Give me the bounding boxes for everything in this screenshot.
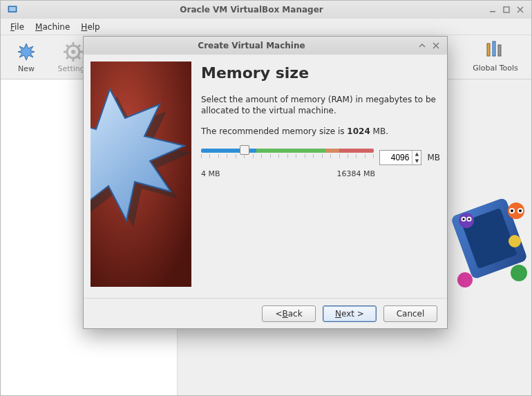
- recommended-text: The recommended memory size is 1024 MB.: [201, 126, 440, 137]
- dialog-body: Memory size Select the amount of memory …: [84, 55, 447, 298]
- spin-up-icon[interactable]: ▲: [412, 151, 421, 158]
- global-tools-label: Global Tools: [473, 64, 518, 73]
- slider-scale: 4 MB 16384 MB: [201, 169, 375, 178]
- svg-rect-15: [493, 41, 495, 56]
- svg-line-10: [66, 45, 68, 47]
- memory-spinbox[interactable]: ▲ ▼: [379, 150, 421, 165]
- memory-unit: MB: [427, 153, 440, 162]
- new-vm-label: New: [18, 64, 35, 73]
- slider-max-label: 16384 MB: [336, 169, 375, 178]
- menu-help[interactable]: Help: [75, 21, 105, 33]
- svg-point-25: [459, 213, 474, 228]
- svg-point-5: [71, 50, 75, 54]
- dialog-description: Select the amount of memory (RAM) in meg…: [201, 94, 440, 116]
- dialog-shade-icon[interactable]: [417, 40, 428, 51]
- next-button[interactable]: Next >: [323, 305, 377, 322]
- spin-down-icon[interactable]: ▼: [412, 158, 421, 164]
- svg-rect-3: [504, 7, 509, 12]
- dialog-title: Create Virtual Machine: [89, 41, 414, 50]
- svg-rect-2: [490, 11, 495, 12]
- svg-rect-1: [9, 7, 16, 11]
- dialog-footer: < Back Next > Cancel: [84, 298, 447, 328]
- new-vm-button[interactable]: New: [6, 38, 46, 77]
- svg-line-13: [78, 45, 80, 47]
- svg-rect-14: [487, 44, 490, 56]
- maximize-icon[interactable]: [501, 4, 512, 15]
- create-vm-dialog: Create Virtual Machine Memory size Selec…: [83, 36, 448, 329]
- cancel-button[interactable]: Cancel: [383, 305, 437, 322]
- svg-point-30: [511, 265, 527, 281]
- slider-track: [201, 149, 374, 153]
- dialog-sidebar-image: [91, 62, 191, 287]
- svg-rect-16: [498, 45, 501, 56]
- svg-point-28: [462, 218, 464, 220]
- starburst-icon: [15, 41, 37, 63]
- global-tools-icon: [483, 39, 508, 62]
- main-window-titlebar[interactable]: Oracle VM VirtualBox Manager: [1, 1, 531, 19]
- memory-slider-row: ▲ ▼ MB: [201, 147, 440, 168]
- svg-point-29: [468, 218, 470, 220]
- dialog-heading: Memory size: [201, 64, 440, 82]
- svg-line-12: [66, 57, 68, 59]
- virtualbox-mascot-image: [444, 169, 532, 308]
- slider-ticks: [201, 154, 374, 160]
- svg-point-32: [509, 235, 521, 247]
- app-icon: [6, 3, 19, 16]
- close-icon[interactable]: [515, 4, 526, 15]
- menu-bar: File Machine Help: [1, 19, 531, 35]
- svg-point-24: [519, 209, 522, 212]
- global-tools-button[interactable]: Global Tools: [468, 35, 523, 77]
- menu-file[interactable]: File: [5, 21, 30, 33]
- main-window-title: Oracle VM VirtualBox Manager: [19, 5, 484, 15]
- slider-min-label: 4 MB: [201, 169, 220, 178]
- dialog-content: Memory size Select the amount of memory …: [201, 62, 440, 291]
- gear-icon: [62, 41, 84, 63]
- back-button[interactable]: < Back: [262, 305, 316, 322]
- dialog-close-icon[interactable]: [430, 40, 441, 51]
- menu-machine[interactable]: Machine: [30, 21, 75, 33]
- minimize-icon[interactable]: [487, 4, 498, 15]
- memory-input[interactable]: [380, 153, 412, 162]
- svg-point-23: [511, 209, 513, 212]
- svg-point-31: [457, 272, 473, 287]
- slider-thumb[interactable]: [240, 145, 249, 155]
- svg-line-11: [78, 57, 80, 59]
- dialog-titlebar[interactable]: Create Virtual Machine: [84, 37, 447, 55]
- memory-slider[interactable]: [201, 147, 374, 168]
